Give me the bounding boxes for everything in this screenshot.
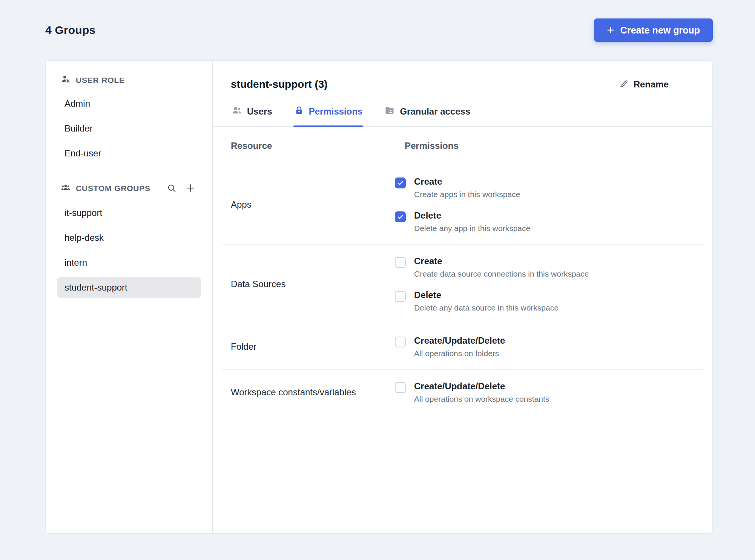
permission-description: All operations on workspace constants — [414, 395, 549, 404]
plus-icon: + — [607, 23, 614, 36]
tab-users-label: Users — [247, 106, 272, 117]
users-icon — [232, 105, 242, 118]
tab-permissions-label: Permissions — [309, 106, 363, 117]
permission-text: Create/Update/Delete All operations on f… — [414, 335, 505, 358]
permission-description: All operations on folders — [414, 349, 505, 358]
topbar: 4 Groups + Create new group — [45, 18, 713, 42]
table-row-folder: Folder Create/Update/Delete All operatio… — [223, 324, 703, 370]
rename-label: Rename — [634, 79, 669, 90]
user-role-list: Admin Builder End-user — [57, 93, 201, 164]
permission-text: Create Create apps in this workspace — [414, 176, 520, 199]
tab-granular-access-label: Granular access — [400, 106, 470, 117]
checkbox-apps-delete[interactable] — [395, 211, 406, 222]
groups-card: USER ROLE Admin Builder End-user — [45, 60, 713, 534]
permission-list: Create Create apps in this workspace Del… — [395, 176, 703, 233]
permission-list: Create/Update/Delete All operations on w… — [395, 381, 703, 404]
permission-item: Delete Delete any data source in this wo… — [395, 290, 703, 312]
permission-item: Delete Delete any app in this workspace — [395, 210, 703, 233]
lock-icon — [294, 106, 304, 118]
permissions-column-header: Permissions — [395, 141, 703, 151]
permission-item: Create/Update/Delete All operations on f… — [395, 335, 703, 358]
permission-description: Delete any app in this workspace — [414, 224, 530, 233]
user-gear-icon — [61, 74, 71, 86]
custom-groups-section-header: CUSTOM GROUPS — [57, 182, 201, 195]
check-icon — [397, 179, 404, 187]
groups-sidebar: USER ROLE Admin Builder End-user — [46, 61, 213, 533]
add-group-button[interactable] — [184, 182, 197, 195]
pencil-icon — [619, 78, 629, 90]
search-groups-button[interactable] — [165, 182, 178, 195]
people-icon — [61, 183, 71, 194]
sidebar-item-end-user[interactable]: End-user — [57, 143, 201, 164]
checkbox-data-sources-delete[interactable] — [395, 291, 406, 302]
permission-description: Delete any data source in this workspace — [414, 303, 559, 312]
group-tabs: Users Permissions — [213, 105, 712, 127]
create-new-group-label: Create new group — [620, 25, 700, 36]
custom-groups-section-label: CUSTOM GROUPS — [76, 184, 150, 193]
sidebar-item-it-support[interactable]: it-support — [57, 203, 201, 223]
permission-label: Create/Update/Delete — [414, 381, 549, 392]
permission-list: Create Create data source connections in… — [395, 256, 703, 312]
permission-label: Delete — [414, 290, 559, 300]
group-detail-panel: student-support (3) Rename — [213, 61, 712, 533]
permission-label: Create — [414, 256, 589, 266]
permission-text: Create Create data source connections in… — [414, 256, 589, 278]
group-detail-header: student-support (3) Rename — [213, 61, 712, 91]
checkbox-workspace-constants-create-update-delete[interactable] — [395, 382, 406, 393]
groups-page: 4 Groups + Create new group — [0, 0, 755, 560]
permissions-table: Resource Permissions Apps Create C — [223, 127, 703, 415]
search-icon — [166, 183, 177, 194]
check-icon — [397, 213, 404, 220]
user-role-section-label: USER ROLE — [76, 76, 125, 85]
custom-groups-list: it-support help-desk intern student-supp… — [57, 203, 201, 298]
sidebar-item-builder[interactable]: Builder — [57, 118, 201, 139]
permission-label: Create — [414, 176, 520, 187]
permission-description: Create data source connections in this w… — [414, 269, 589, 278]
rename-button[interactable]: Rename — [617, 78, 671, 91]
group-title: student-support (3) — [231, 78, 328, 90]
resource-label: Data Sources — [223, 279, 395, 289]
create-new-group-button[interactable]: + Create new group — [594, 18, 713, 42]
sidebar-item-intern[interactable]: intern — [57, 252, 201, 273]
permission-text: Create/Update/Delete All operations on w… — [414, 381, 549, 404]
permission-item: Create Create data source connections in… — [395, 256, 703, 278]
permission-description: Create apps in this workspace — [414, 190, 520, 199]
permission-item: Create Create apps in this workspace — [395, 176, 703, 199]
sidebar-item-student-support[interactable]: student-support — [57, 277, 201, 298]
sidebar-item-admin[interactable]: Admin — [57, 93, 201, 114]
resource-label: Folder — [223, 341, 395, 352]
resource-label: Workspace constants/variables — [223, 387, 395, 398]
permission-label: Delete — [414, 210, 530, 221]
permission-label: Create/Update/Delete — [414, 335, 505, 346]
permission-text: Delete Delete any app in this workspace — [414, 210, 530, 233]
permission-item: Create/Update/Delete All operations on w… — [395, 381, 703, 404]
table-header: Resource Permissions — [223, 127, 703, 165]
sidebar-item-help-desk[interactable]: help-desk — [57, 228, 201, 248]
checkbox-folder-create-update-delete[interactable] — [395, 337, 406, 347]
resource-label: Apps — [223, 199, 395, 210]
plus-icon — [185, 182, 196, 195]
folder-icon — [384, 105, 395, 118]
user-role-section-header: USER ROLE — [57, 74, 201, 86]
table-row-workspace-constants: Workspace constants/variables Create/Upd… — [223, 370, 703, 415]
permission-text: Delete Delete any data source in this wo… — [414, 290, 559, 312]
checkbox-apps-create[interactable] — [395, 177, 406, 188]
resource-column-header: Resource — [223, 141, 395, 151]
table-row-apps: Apps Create Create apps in this workspac… — [223, 165, 703, 245]
tab-granular-access[interactable]: Granular access — [384, 105, 471, 126]
page-title: 4 Groups — [45, 24, 95, 37]
tab-users[interactable]: Users — [231, 105, 273, 126]
checkbox-data-sources-create[interactable] — [395, 257, 406, 268]
table-row-data-sources: Data Sources Create Create data source c… — [223, 245, 703, 324]
tab-permissions[interactable]: Permissions — [293, 105, 364, 126]
permission-list: Create/Update/Delete All operations on f… — [395, 335, 703, 358]
